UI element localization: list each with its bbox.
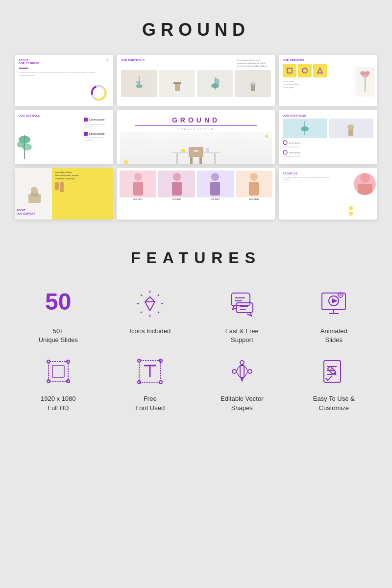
svg-rect-48 bbox=[249, 182, 259, 196]
team-member-1: PAUL JAMES Lorem ipsum bbox=[120, 171, 156, 217]
svg-rect-34 bbox=[348, 128, 353, 136]
svg-line-58 bbox=[141, 294, 142, 296]
svg-rect-30 bbox=[206, 148, 209, 152]
svg-rect-28 bbox=[199, 157, 202, 164]
team-member-3: LISA JAMES Lorem ipsum bbox=[197, 171, 234, 217]
svg-rect-46 bbox=[210, 182, 220, 196]
svg-rect-31 bbox=[194, 150, 198, 152]
slide-5-sub: PRESENTATION bbox=[120, 127, 272, 130]
feature-2-label: Icons Included bbox=[129, 327, 171, 336]
svg-rect-44 bbox=[172, 182, 182, 196]
svg-point-43 bbox=[173, 173, 181, 181]
svg-point-33 bbox=[301, 126, 309, 131]
slide-1: ✦ ABOUTOUR COMPANY Lorem ipsum dolor sit… bbox=[15, 55, 113, 106]
feature-vector-shapes: Editable VectorShapes bbox=[198, 354, 286, 412]
feature-1-number: 50 bbox=[45, 290, 71, 314]
svg-point-40 bbox=[31, 187, 38, 194]
feature-easy-customize: Easy To Use &Customize bbox=[291, 354, 378, 412]
svg-point-41 bbox=[134, 173, 142, 181]
feature-full-hd: 1920 x 1080Full HD bbox=[15, 354, 102, 412]
features-title: FEATURES bbox=[15, 249, 377, 267]
svg-line-62 bbox=[150, 297, 155, 302]
svg-rect-50 bbox=[358, 184, 372, 196]
feature-8-icon bbox=[317, 354, 351, 389]
slide-2-desc: Lorem ipsum dolor sit amet consectetur a… bbox=[237, 59, 271, 68]
slide-2-label: OUR PORTFOLIO bbox=[121, 59, 145, 62]
features-grid: 50 50+Unique Slides bbox=[15, 287, 377, 413]
svg-rect-6 bbox=[175, 84, 180, 91]
svg-rect-87 bbox=[52, 366, 64, 377]
svg-point-47 bbox=[250, 173, 258, 181]
feature-fast-support: Fast & FreeSupport bbox=[198, 287, 286, 344]
slide-2: OUR PORTFOLIO Lorem ipsum dolor sit amet… bbox=[117, 55, 275, 106]
feature-3-label: Fast & FreeSupport bbox=[225, 327, 259, 344]
slide-6: OUR PORTFOLIO Lorem ipsum Lorem ipsum do… bbox=[279, 110, 377, 164]
svg-point-4 bbox=[136, 84, 143, 88]
svg-rect-12 bbox=[251, 85, 255, 91]
team-member-4: ANGEL JAMES Lorem ipsum bbox=[236, 171, 272, 217]
feature-unique-slides: 50 50+Unique Slides bbox=[15, 287, 102, 344]
feature-7-icon bbox=[225, 354, 259, 389]
deco-star: ✦ bbox=[105, 57, 109, 63]
feature-4-icon bbox=[317, 287, 351, 321]
svg-point-97 bbox=[232, 369, 236, 373]
team-member-2: JOJO JAMES Lorem ipsum bbox=[158, 171, 195, 217]
svg-marker-75 bbox=[332, 298, 338, 303]
feature-8-label: Easy To Use &Customize bbox=[313, 394, 355, 412]
svg-point-98 bbox=[248, 369, 252, 373]
feature-1-label: 50+Unique Slides bbox=[39, 327, 78, 344]
svg-line-54 bbox=[158, 312, 159, 313]
feature-5-icon bbox=[41, 354, 75, 389]
svg-line-64 bbox=[150, 302, 155, 311]
svg-point-49 bbox=[360, 173, 370, 183]
feature-animated-slides: AnimatedSlides bbox=[291, 287, 378, 344]
slides-section: ✦ ABOUTOUR COMPANY Lorem ipsum dolor sit… bbox=[0, 50, 392, 234]
svg-point-83 bbox=[47, 360, 50, 363]
slide-1-line bbox=[19, 68, 28, 69]
slide-5: GROUND PRESENTATION bbox=[117, 110, 275, 164]
feature-1-icon: 50 bbox=[41, 287, 75, 321]
svg-rect-95 bbox=[240, 366, 244, 377]
svg-rect-42 bbox=[133, 182, 143, 196]
slides-grid: ✦ ABOUTOUR COMPANY Lorem ipsum dolor sit… bbox=[15, 55, 377, 220]
svg-marker-104 bbox=[333, 372, 338, 377]
slide-6-label: OUR PORTFOLIO bbox=[283, 114, 373, 117]
slide-8-team: PAUL JAMES Lorem ipsum JOJO JAMES Lorem … bbox=[120, 171, 272, 217]
svg-rect-27 bbox=[190, 157, 193, 164]
svg-point-45 bbox=[211, 173, 219, 181]
feature-7-label: Editable VectorShapes bbox=[220, 394, 263, 412]
slide-1-chart bbox=[90, 84, 107, 101]
svg-rect-82 bbox=[49, 362, 68, 381]
svg-rect-65 bbox=[231, 293, 250, 306]
svg-point-11 bbox=[215, 78, 220, 85]
feature-6-icon bbox=[133, 354, 167, 389]
svg-point-37 bbox=[283, 150, 287, 154]
slide-9: ABOUT US Lorem ipsum dolor sit amet cons… bbox=[279, 168, 377, 220]
svg-rect-13 bbox=[287, 68, 292, 73]
svg-line-61 bbox=[145, 297, 150, 302]
slide-1-label: ABOUTOUR COMPANY bbox=[19, 59, 109, 65]
svg-point-14 bbox=[302, 68, 307, 73]
slide-2-images bbox=[121, 70, 271, 97]
slide-1-url: www.yourweb.com bbox=[19, 74, 109, 76]
feature-free-font: FreeFont Used bbox=[107, 354, 194, 412]
feature-2-icon bbox=[133, 287, 167, 321]
feature-icons-included: Icons Included bbox=[107, 287, 194, 344]
svg-point-92 bbox=[159, 381, 162, 384]
svg-point-5 bbox=[136, 81, 141, 84]
svg-point-96 bbox=[240, 361, 244, 365]
svg-point-17 bbox=[360, 71, 365, 75]
svg-line-56 bbox=[141, 312, 142, 313]
feature-6-label: FreeFont Used bbox=[135, 394, 165, 412]
svg-point-35 bbox=[347, 124, 354, 129]
feature-4-label: AnimatedSlides bbox=[320, 327, 347, 344]
svg-point-36 bbox=[283, 141, 287, 145]
svg-point-22 bbox=[22, 144, 32, 150]
features-section: FEATURES 50 50+Unique Slides bbox=[0, 234, 392, 432]
slide-5-title: GROUND bbox=[120, 116, 272, 124]
svg-rect-68 bbox=[236, 303, 253, 313]
svg-point-89 bbox=[138, 359, 141, 362]
svg-rect-29 bbox=[181, 149, 185, 152]
svg-rect-24 bbox=[176, 153, 178, 164]
svg-line-63 bbox=[145, 302, 150, 311]
